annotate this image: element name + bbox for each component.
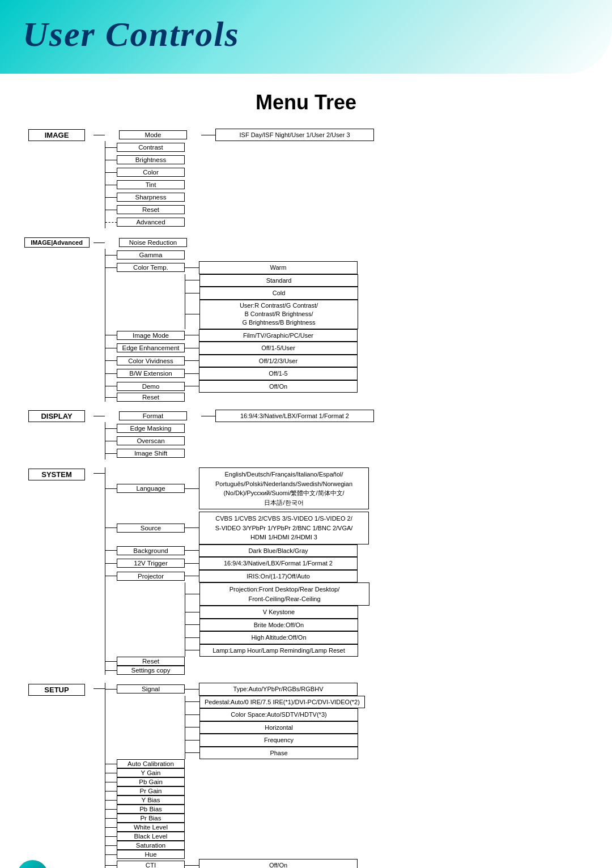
cti-group: CTI Off/On Threshold(*4) [105,859,365,868]
projection-value: Projection:Front Desktop/Rear Desktop/Fr… [199,582,369,606]
pedestal-value: Pedestal:Auto/0 IRE/7.5 IRE(*1)/DVI-PC/D… [199,696,365,709]
gap1 [20,228,598,236]
image-mode-row2: Image Mode Film/TV/Graphic/PC/User [105,329,358,342]
frequency-row: Frequency [185,734,365,747]
image-col2-group: Contrast Brightness Color Tint Sharpness [105,141,185,228]
projector-row: Projector [105,570,185,582]
edge-masking-label: Edge Masking [117,424,185,433]
vkeystone-row: V Keystone [185,606,369,619]
hue-label: Hue [117,850,185,859]
pedestal-row: Pedestal:Auto/0 IRE/7.5 IRE(*1)/DVI-PC/D… [185,696,365,709]
standard-row: Standard [185,274,358,287]
image-subitems: Contrast Brightness Color Tint Sharpness [20,141,598,228]
auto-cal-row: Auto Calibration [105,759,365,768]
image-shift-row: Image Shift [105,447,185,459]
background-values: Dark Blue/Black/Gray [199,544,358,558]
reset-system-row: Reset [105,657,369,666]
source-label: Source [117,524,185,533]
connector-image-mode [94,135,105,135]
brightness-label: Brightness [117,155,185,164]
demo-label: Demo [117,382,185,391]
tint-label: Tint [117,180,185,189]
iris-value: IRIS:On/(1-17)Off/Auto [199,570,358,583]
header-title: User Controls [23,14,240,54]
signal-row: Signal [105,683,185,695]
projector-label: Projector [117,572,185,581]
image-mode-values: Film/TV/Graphic/PC/User [199,329,358,342]
ia-subitems: Gamma Color Temp. Warm [20,249,598,402]
color-temp-right: Warm Standard Cold [185,261,358,329]
language-values: English/Deutsch/Français/Italiano/Españo… [199,467,369,509]
trigger-values: 16:9/4:3/Native/LBX/Format 1/Format 2 [199,557,358,570]
display-label: DISPLAY [28,410,85,422]
ia-col2-group: Gamma Color Temp. Warm [105,249,358,402]
tint-row: Tint [105,178,185,191]
color-vividness-row: Color Vividness Off/1/2/3/User [105,355,358,368]
projector-group: Projector IRIS:On/(1-17)Off/Auto Project… [105,570,369,657]
lamp-value: Lamp:Lamp Hour/Lamp Reminding/Lamp Reset [199,644,358,657]
phase-value: Phase [199,747,358,760]
pbgain-row: Pb Gain [105,777,365,786]
phase-row: Phase [185,747,365,760]
reset-label-img: Reset [117,205,185,214]
black-level-label: Black Level [117,832,185,841]
gamma-row: Gamma [105,249,358,261]
auto-cal-label: Auto Calibration [117,759,185,768]
frequency-value: Frequency [199,734,358,747]
colorspace-value: Color Space:Auto/SDTV/HDTV(*3) [199,708,358,721]
white-level-row: White Level [105,823,365,832]
contrast-row: Contrast [105,141,185,154]
color-temp-left: Color Temp. [105,261,185,274]
gap4 [20,675,598,683]
horizontal-value: Horizontal [199,721,358,734]
signal-label: Signal [117,684,185,693]
display-col2-group: Edge Masking Overscan Image Shift [105,422,185,459]
prgain-label: Pr Gain [117,786,185,795]
language-label: Language [117,484,185,493]
settings-copy-row: Settings copy [105,666,369,675]
cold-row: Cold [185,287,358,300]
trigger-row: 12V Trigger 16:9/4:3/Native/LBX/Format 1… [105,557,369,570]
cti-row: CTI [105,859,185,868]
menu-tree-content: IMAGE Mode ISF Day/ISF Night/User 1/User… [0,129,612,868]
pbbias-row: Pb Bias [105,805,365,814]
projector-values-group: IRIS:On/(1-17)Off/Auto Projection:Front … [185,570,369,657]
prbias-label: Pr Bias [117,814,185,823]
standard-value: Standard [199,274,358,287]
prgain-row: Pr Gain [105,786,365,795]
system-col2-group: Language English/Deutsch/Français/Italia… [105,467,369,675]
cti-values-group: Off/On Threshold(*4) [185,859,358,868]
advanced-label: Advanced [117,218,185,227]
type-value: Type:Auto/YPbPr/RGBs/RGBHV [199,683,358,696]
color-temp-group: Color Temp. Warm Standard [105,261,358,329]
altitude-row: High Altitude:Off/On [185,631,369,644]
setup-section: SETUP Signal Type:Auto/YPbPr/RGBs/RGBHV [20,683,598,868]
iris-row: IRIS:On/(1-17)Off/Auto [185,570,358,583]
source-values: CVBS 1/CVBS 2/CVBS 3/S-VIDEO 1/S-VIDEO 2… [199,512,369,544]
edge-enhancement-values: Off/1-5/User [199,342,358,355]
edge-enhancement-row: Edge Enhancement Off/1-5/User [105,342,358,355]
image-mode-label: Image Mode [117,331,185,340]
color-temp-sub: Standard Cold User:R Contrast/G Contrast… [185,274,358,329]
reset-ia-label: Reset [117,393,185,402]
bw-extension-row: B/W Extension Off/1-5 [105,367,358,380]
format-label: Format [119,411,187,420]
color-row: Color [105,166,185,178]
user-contrast-value: User:R Contrast/G Contrast/B Contrast/R … [199,300,358,329]
signal-sub: Pedestal:Auto/0 IRE/7.5 IRE(*1)/DVI-PC/D… [185,696,365,760]
reset-row-img: Reset [105,203,185,216]
brite-row: Brite Mode:Off/On [185,619,369,632]
settings-copy-label: Settings copy [117,666,185,675]
connector-format-val [201,416,215,416]
warm-row: Warm [185,261,358,274]
bw-extension-label: B/W Extension [117,369,185,378]
gamma-label: Gamma [117,250,185,259]
sharpness-label: Sharpness [117,193,185,202]
reset-system-label: Reset [117,657,185,666]
tree-area: IMAGE Mode ISF Day/ISF Night/User 1/User… [20,129,598,868]
ygain-row: Y Gain [105,768,365,777]
cti-offon-row: Off/On [185,859,358,868]
color-temp-label: Color Temp. [117,263,185,272]
brite-value: Brite Mode:Off/On [199,619,358,632]
saturation-row: Saturation [105,841,365,850]
